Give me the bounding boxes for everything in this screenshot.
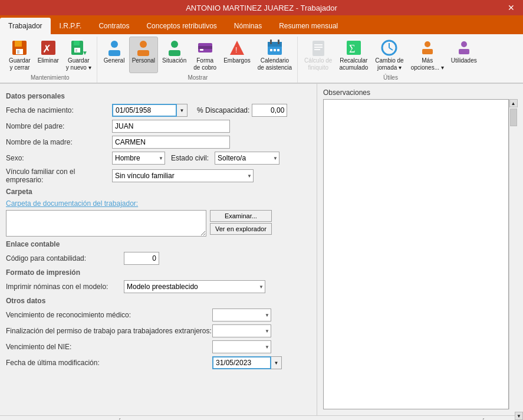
svg-rect-24 [270,40,272,44]
window-title: ANTONIO MARTINEZ JUAREZ - Trabajador [186,4,337,12]
mostrar-group-label: Mostrar [101,73,295,83]
svg-rect-9 [75,49,77,52]
finalizacion-permiso-input[interactable] [212,324,271,337]
observaciones-container: ▲ ▼ [323,99,517,409]
vencimiento-nie-wrapper [212,340,271,353]
general-button[interactable]: General [101,37,128,73]
observaciones-input[interactable] [324,100,508,409]
codigo-contabilidad-input[interactable] [124,252,159,265]
obs-scroll-thumb[interactable] [510,109,517,126]
obs-scroll-down-button[interactable]: ▼ [515,412,523,415]
tab-irpf[interactable]: I.R.P.F. [51,18,90,34]
mas-opciones-label: Más opciones... ▾ [411,57,444,71]
fecha-ultima-mod-wrapper: ▼ [212,356,282,369]
nombre-madre-row: Nombre de la madre: [6,136,311,149]
tab-trabajador[interactable]: Trabajador [0,18,51,34]
svg-rect-26 [270,49,272,51]
examinar-button[interactable]: Examinar... [210,210,272,222]
fecha-ultima-mod-dropdown[interactable]: ▼ [271,356,282,369]
svg-point-13 [140,41,147,48]
carpeta-path-input[interactable] [6,210,206,237]
personal-button[interactable]: Personal [129,37,158,73]
svg-rect-1 [15,41,22,47]
guardar-nuevo-button[interactable]: ▼ Guardar y nuevo ▾ [63,37,94,73]
finalizacion-permiso-row: Finalización del permiso de trabajo para… [6,324,311,337]
enlace-contable-header: Enlace contable [6,240,311,248]
modelo-select[interactable]: Modelo preestablecido Modelo personaliza… [124,280,265,293]
recalcular-button[interactable]: Σ Recalcular acumulado [336,37,371,73]
general-label: General [104,57,125,64]
svg-rect-14 [137,50,149,56]
embargos-icon: ! [228,38,246,57]
vencimiento-medico-input[interactable] [212,309,271,321]
calendario-button[interactable]: Calendario de asistencia [255,37,295,73]
estado-civil-select-wrapper: Soltero/a Casado/a Divorciado/a Viudo/a [215,152,279,165]
situacion-label: Situación [162,57,186,64]
fecha-ultima-modificacion-input[interactable] [212,356,271,369]
mantenimiento-group-label: Mantenimiento [6,73,94,83]
situacion-button[interactable]: Situación [159,37,189,73]
nombre-madre-input[interactable] [112,136,230,149]
fecha-nacimiento-label: Fecha de nacimiento: [6,106,112,114]
svg-point-38 [425,41,430,47]
carpeta-input-row: Examinar... Ver en explorador [6,210,311,237]
fecha-ultima-modificacion-row: Fecha de última modificación: ▼ [6,356,311,369]
ver-explorador-button[interactable]: Ver en explorador [210,223,272,235]
svg-text:Σ: Σ [349,43,355,55]
ribbon-group-utiles: Cálculo de finiquito Σ Recalcular acumul… [299,37,482,83]
tab-nominas[interactable]: Nóminas [226,18,270,34]
ribbon-group-mantenimiento: Guardar y cerrar ✗ Eliminar ▼ Guardar y … [4,37,97,83]
svg-rect-16 [169,50,180,56]
guardar-cerrar-button[interactable]: Guardar y cerrar [6,37,34,73]
utilidades-button[interactable]: Utilidades [448,37,480,73]
recalcular-icon: Σ [344,38,363,57]
svg-rect-28 [277,49,279,51]
ribbon-group-mostrar: General Personal Situación [98,37,298,83]
mas-opciones-button[interactable]: Más opciones... ▾ [408,37,447,73]
utiles-group-label: Útiles [301,73,480,83]
mas-opciones-icon [418,38,437,57]
left-panel: Datos personales Fecha de nacimiento: ▼ … [0,84,317,415]
modelo-select-wrapper: Modelo preestablecido Modelo personaliza… [124,280,265,293]
nombre-padre-input[interactable] [112,120,230,133]
vencimiento-medico-wrapper [212,309,271,321]
eliminar-button[interactable]: ✗ Eliminar [35,37,62,73]
svg-point-11 [111,41,118,48]
calendario-label: Calendario de asistencia [258,57,292,71]
svg-rect-12 [108,50,120,56]
tab-conceptos[interactable]: Conceptos retributivos [138,18,225,34]
svg-rect-41 [459,49,469,54]
cambio-jornada-button[interactable]: Cambio de jornada ▾ [372,37,406,73]
tab-resumen[interactable]: Resumen mensual [271,18,346,34]
svg-rect-29 [313,41,324,56]
imprimir-nominas-label: Imprimir nóminas con el modelo: [6,283,124,291]
observaciones-textarea[interactable] [323,99,509,409]
estado-civil-select[interactable]: Soltero/a Casado/a Divorciado/a Viudo/a [215,152,279,165]
vinculo-select[interactable]: Sin vínculo familiar Cónyuge Descendient… [112,169,254,182]
close-button[interactable]: ✕ [499,0,523,15]
embargos-button[interactable]: ! Embargos [221,37,254,73]
finalizacion-permiso-wrapper [212,324,271,337]
vencimiento-nie-label: Vencimiento del NIE: [6,343,212,351]
guardar-nuevo-icon: ▼ [69,38,88,57]
calculo-finiquito-button[interactable]: Cálculo de finiquito [301,37,335,73]
fecha-nacimiento-dropdown[interactable]: ▼ [177,104,188,117]
fecha-nacimiento-input[interactable] [112,104,177,117]
vencimiento-nie-input[interactable] [212,340,271,353]
sexo-select[interactable]: Hombre Mujer [112,152,165,165]
right-panel: Observaciones ▲ ▼ [317,84,523,415]
eliminar-icon: ✗ [39,38,58,57]
obs-scroll-up-button[interactable]: ▲ [509,99,518,107]
codigo-contabilidad-row: Código para contabilidad: [6,252,311,265]
calculo-finiquito-label: Cálculo de finiquito [304,57,332,71]
recalcular-label: Recalcular acumulado [339,57,368,71]
discapacidad-input[interactable] [252,104,287,117]
calculo-finiquito-icon [309,38,328,57]
nombre-madre-label: Nombre de la madre: [6,138,112,146]
tab-contratos[interactable]: Contratos [90,18,137,34]
eliminar-label: Eliminar [38,57,59,64]
save-close-icon [10,38,29,57]
datos-personales-header: Datos personales [6,92,311,100]
svg-text:✗: ✗ [42,43,51,55]
forma-cobro-button[interactable]: Forma de cobro [190,37,219,73]
